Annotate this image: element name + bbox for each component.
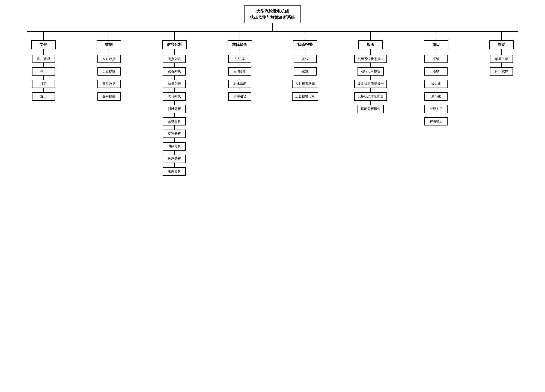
child-signal-5[interactable]: 频域分析 <box>163 117 186 126</box>
children-window: 平铺级联最大化最小化全部关闭解着锁定 <box>424 55 448 126</box>
child-conn-file-1 <box>43 76 44 80</box>
child-help-0[interactable]: 辅助主菜 <box>490 55 513 63</box>
child-conn-report-0 <box>370 63 371 67</box>
child-window-0[interactable]: 平铺 <box>424 55 448 63</box>
child-fault-2[interactable]: 对比诊断 <box>228 80 251 88</box>
child-signal-6[interactable]: 变速分析 <box>163 130 186 138</box>
child-conn-signal-0 <box>174 63 175 67</box>
conn-down-help <box>501 49 502 55</box>
child-signal-0[interactable]: 测点列表 <box>163 55 186 63</box>
child-report-0[interactable]: 机组系统状态报告 <box>354 55 387 63</box>
child-conn-status-0 <box>305 63 305 67</box>
child-signal-2[interactable]: 特征列表 <box>163 80 186 88</box>
child-window-5[interactable]: 解着锁定 <box>424 117 448 126</box>
category-fault[interactable]: 故障诊断 <box>228 40 252 49</box>
root-line1: 大型汽轮发电机组 <box>250 8 295 14</box>
column-status: 状态报警复位设置实时报警状态历史报警记录 <box>273 32 338 101</box>
child-signal-1[interactable]: 设备列表 <box>163 67 186 76</box>
child-help-1[interactable]: 卸下软件 <box>490 67 513 76</box>
conn-down-status <box>305 49 305 55</box>
column-data: 数据实时数据历史数据事件数据备份数据 <box>76 32 142 101</box>
page-container: 大型汽轮发电机组 状态监测与故障诊断系统 文件账户管理导出打印退出数据实时数据历… <box>5 5 540 176</box>
child-conn-fault-0 <box>240 63 240 67</box>
child-status-3[interactable]: 历史报警记录 <box>292 92 318 101</box>
child-report-2[interactable]: 设备状态简要报告 <box>354 80 387 88</box>
child-signal-4[interactable]: 时域分析 <box>163 105 186 113</box>
child-window-4[interactable]: 全部关闭 <box>424 105 448 113</box>
child-conn-window-0 <box>436 63 436 67</box>
child-fault-1[interactable]: 自动诊断 <box>228 67 251 76</box>
child-conn-status-2 <box>305 88 305 92</box>
children-data: 实时数据历史数据事件数据备份数据 <box>97 55 121 101</box>
child-conn-data-0 <box>109 63 109 67</box>
conn-down-data <box>109 49 109 55</box>
top-connector-data <box>109 32 109 40</box>
child-fault-3[interactable]: 事件追忆 <box>228 92 251 101</box>
top-connector-window <box>436 32 436 40</box>
child-conn-signal-5 <box>174 125 175 130</box>
top-connector-file <box>43 32 44 40</box>
child-file-0[interactable]: 账户管理 <box>32 55 55 63</box>
child-conn-window-3 <box>436 101 436 105</box>
child-conn-signal-8 <box>174 163 175 167</box>
children-fault: 知识库自动诊断对比诊断事件追忆 <box>228 55 251 101</box>
child-report-3[interactable]: 设备状态详细报告 <box>354 92 387 101</box>
child-signal-7[interactable]: 时频分析 <box>163 142 186 151</box>
child-conn-signal-4 <box>174 113 175 117</box>
child-status-2[interactable]: 实时报警状态 <box>292 80 318 88</box>
child-report-1[interactable]: 运行记录报告 <box>358 67 384 76</box>
child-status-0[interactable]: 复位 <box>294 55 317 63</box>
top-connector-status <box>305 32 305 40</box>
child-data-3[interactable]: 备份数据 <box>97 92 121 101</box>
child-fault-0[interactable]: 知识库 <box>228 55 251 63</box>
child-signal-8[interactable]: 热态分析 <box>163 155 186 163</box>
top-connector-help <box>501 32 502 40</box>
main-columns: 文件账户管理导出打印退出数据实时数据历史数据事件数据备份数据信号分析测点列表设备… <box>11 32 534 176</box>
child-conn-signal-7 <box>174 151 175 155</box>
conn-down-file <box>43 49 44 55</box>
child-report-4[interactable]: 振动分析报告 <box>358 105 384 113</box>
child-signal-3[interactable]: 统计列表 <box>163 92 186 101</box>
conn-down-fault <box>240 49 240 55</box>
root-line2: 状态监测与故障诊断系统 <box>250 14 295 21</box>
child-window-2[interactable]: 最大化 <box>424 80 448 88</box>
children-status: 复位设置实时报警状态历史报警记录 <box>292 55 318 101</box>
child-conn-data-2 <box>109 88 109 92</box>
root-connector <box>272 23 273 31</box>
column-report: 报表机组系统状态报告运行记录报告设备状态简要报告设备状态详细报告振动分析报告 <box>338 32 403 113</box>
child-status-1[interactable]: 设置 <box>294 67 317 76</box>
child-signal-9[interactable]: 相关分析 <box>163 167 186 176</box>
child-conn-signal-2 <box>174 88 175 92</box>
column-window: 窗口平铺级联最大化最小化全部关闭解着锁定 <box>403 32 469 125</box>
category-help[interactable]: 帮助 <box>489 40 514 49</box>
child-window-3[interactable]: 最小化 <box>424 92 448 101</box>
child-file-1[interactable]: 导出 <box>32 67 55 76</box>
category-file[interactable]: 文件 <box>31 40 56 49</box>
conn-down-report <box>370 49 371 55</box>
root-node: 大型汽轮发电机组 状态监测与故障诊断系统 <box>244 5 301 23</box>
category-signal[interactable]: 信号分析 <box>162 40 187 49</box>
child-conn-file-0 <box>43 63 44 67</box>
children-help: 辅助主菜卸下软件 <box>490 55 513 76</box>
child-data-2[interactable]: 事件数据 <box>97 80 121 88</box>
top-connector-signal <box>174 32 175 40</box>
category-window[interactable]: 窗口 <box>424 40 448 49</box>
child-conn-fault-2 <box>240 88 240 92</box>
category-report[interactable]: 报表 <box>358 40 383 49</box>
children-file: 账户管理导出打印退出 <box>32 55 55 101</box>
category-status[interactable]: 状态报警 <box>293 40 317 49</box>
child-data-1[interactable]: 历史数据 <box>97 67 121 76</box>
top-connector-report <box>370 32 371 40</box>
category-data[interactable]: 数据 <box>97 40 121 49</box>
child-file-2[interactable]: 打印 <box>32 80 55 88</box>
child-conn-report-1 <box>370 76 371 80</box>
child-window-1[interactable]: 级联 <box>424 67 448 76</box>
child-conn-help-0 <box>501 63 502 67</box>
child-conn-window-4 <box>436 113 436 117</box>
child-data-0[interactable]: 实时数据 <box>97 55 121 63</box>
child-conn-fault-1 <box>240 76 240 80</box>
child-conn-signal-6 <box>174 138 175 142</box>
child-file-3[interactable]: 退出 <box>32 92 55 101</box>
column-help: 帮助辅助主菜卸下软件 <box>469 32 534 76</box>
conn-down-signal <box>174 49 175 55</box>
